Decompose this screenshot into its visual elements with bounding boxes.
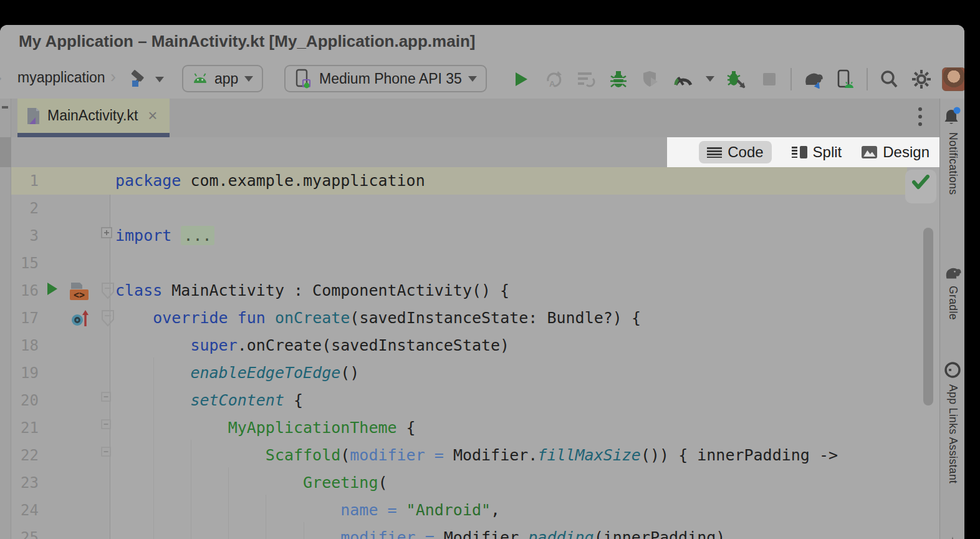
line-number: 2 bbox=[11, 195, 39, 222]
inspections-widget[interactable] bbox=[905, 170, 936, 203]
window-titlebar: My Application – MainActivity.kt [My_App… bbox=[0, 25, 964, 59]
code-line-1[interactable]: 1package com.example.myapplication bbox=[11, 167, 907, 195]
code-line-18[interactable]: 18 super.onCreate(savedInstanceState) bbox=[11, 332, 907, 359]
tool-label-notifications: Notifications bbox=[946, 132, 959, 195]
editor-tab-bar: MainActivity.kt × bbox=[0, 99, 964, 137]
indent-guide bbox=[191, 440, 191, 539]
line-number: 24 bbox=[11, 497, 39, 524]
tool-button-gemini[interactable] bbox=[940, 535, 964, 539]
left-stripe-block bbox=[0, 137, 11, 167]
toolbar-separator bbox=[867, 68, 868, 90]
window-title: My Application – MainActivity.kt [My_App… bbox=[19, 32, 475, 51]
line-number: 1 bbox=[11, 167, 39, 195]
line-number: 21 bbox=[11, 414, 39, 442]
overrides-method-icon[interactable] bbox=[70, 309, 91, 331]
tool-button-app-links[interactable]: App Links Assistant bbox=[940, 361, 964, 483]
left-stripe-handle-icon[interactable] bbox=[2, 106, 8, 109]
line-number: 19 bbox=[11, 359, 39, 387]
build-hammer-icon[interactable] bbox=[128, 68, 148, 90]
apply-changes-restart-button[interactable]: A bbox=[537, 67, 570, 92]
module-chip-label: app bbox=[214, 70, 238, 87]
settings-gear-button[interactable] bbox=[905, 67, 938, 92]
tool-label-gradle: Gradle bbox=[946, 286, 959, 320]
tab-mainactivity[interactable]: MainActivity.kt × bbox=[17, 99, 170, 133]
tab-label: MainActivity.kt bbox=[47, 107, 138, 124]
code-line-19[interactable]: 19 enableEdgeToEdge() bbox=[11, 359, 907, 387]
run-config-breadcrumb[interactable]: myapplication bbox=[17, 69, 105, 86]
code-text: enableEdgeToEdge() bbox=[110, 359, 359, 387]
code-line-2[interactable]: 2 bbox=[11, 195, 907, 222]
code-mode-icon bbox=[707, 147, 722, 158]
code-line-24[interactable]: 24 name = "Android", bbox=[11, 497, 907, 524]
code-editor: 1package com.example.myapplication23impo… bbox=[0, 167, 939, 539]
screen: My Application – MainActivity.kt [My_App… bbox=[0, 0, 980, 539]
indent-guide bbox=[228, 467, 229, 539]
code-text: class MainActivity : ComponentActivity()… bbox=[110, 277, 509, 304]
mode-button-split[interactable]: Split bbox=[792, 143, 842, 161]
line-number: 17 bbox=[11, 304, 39, 332]
user-avatar[interactable] bbox=[938, 67, 964, 92]
design-mode-label: Design bbox=[883, 143, 930, 161]
tab-close-icon[interactable]: × bbox=[148, 106, 157, 125]
module-select-dropdown[interactable]: app bbox=[182, 65, 263, 92]
code-line-3[interactable]: 3import ... bbox=[11, 222, 907, 250]
build-dropdown-caret-icon[interactable] bbox=[155, 77, 164, 82]
design-mode-icon bbox=[862, 146, 877, 158]
line-number: 22 bbox=[11, 442, 39, 469]
bell-icon bbox=[943, 106, 963, 127]
split-mode-icon bbox=[792, 146, 807, 158]
run-button[interactable] bbox=[505, 67, 537, 92]
debug-button[interactable] bbox=[602, 67, 635, 92]
code-text: Greeting( bbox=[110, 469, 388, 497]
active-tab-underline bbox=[17, 133, 170, 137]
code-line-22[interactable]: 22 Scaffold(modifier = Modifier.fillMaxS… bbox=[11, 442, 907, 469]
code-line-17[interactable]: 17 override fun onCreate(savedInstanceSt… bbox=[11, 304, 907, 332]
breadcrumb-chevron-icon: › bbox=[110, 67, 116, 87]
line-number: 15 bbox=[11, 250, 39, 277]
activity-component-icon[interactable]: <> bbox=[65, 281, 89, 304]
mode-button-code[interactable]: Code bbox=[699, 141, 771, 163]
toolbar-separator bbox=[790, 68, 792, 90]
device-manager-button[interactable] bbox=[829, 67, 862, 92]
editor-toolbar: Code Split Design bbox=[0, 137, 964, 167]
code-line-25[interactable]: 25 modifier = Modifier.padding(innerPadd… bbox=[11, 524, 907, 539]
search-everywhere-button[interactable] bbox=[873, 67, 905, 92]
device-chip-label: Medium Phone API 35 bbox=[319, 70, 462, 87]
sync-gradle-button[interactable] bbox=[797, 67, 829, 92]
line-number: 3 bbox=[11, 222, 39, 250]
mode-button-design[interactable]: Design bbox=[862, 143, 930, 161]
run-class-icon[interactable] bbox=[46, 281, 59, 299]
code-text: setContent { bbox=[110, 387, 303, 414]
svg-text:A: A bbox=[549, 79, 555, 89]
tool-button-gradle[interactable]: Gradle bbox=[940, 265, 964, 320]
code-text: Scaffold(modifier = Modifier.fillMaxSize… bbox=[110, 442, 838, 469]
code-line-15[interactable]: 15 bbox=[11, 250, 907, 277]
indent-guide bbox=[153, 357, 154, 539]
code-text: package com.example.myapplication bbox=[110, 167, 425, 195]
code-line-16[interactable]: 16<>class MainActivity : ComponentActivi… bbox=[11, 277, 907, 304]
attach-debugger-button[interactable] bbox=[721, 67, 753, 92]
profiler-dropdown-caret-icon[interactable] bbox=[699, 67, 721, 92]
code-text: super.onCreate(savedInstanceState) bbox=[110, 332, 509, 359]
editor-scrollbar-thumb[interactable] bbox=[923, 228, 933, 405]
gradle-elephant-icon bbox=[943, 265, 963, 281]
virtual-device-icon bbox=[294, 69, 313, 89]
code-text: modifier = Modifier.padding(innerPadding… bbox=[110, 524, 725, 539]
code-text: MyApplicationTheme { bbox=[110, 414, 416, 442]
editor-mode-switcher-spotlight: Code Split Design bbox=[667, 137, 939, 167]
device-caret-icon bbox=[468, 76, 477, 82]
code-line-23[interactable]: 23 Greeting( bbox=[11, 469, 907, 497]
android-robot-icon bbox=[192, 73, 208, 84]
editor-options-kebab-icon[interactable] bbox=[911, 105, 929, 128]
android-studio-window: My Application – MainActivity.kt [My_App… bbox=[0, 25, 964, 539]
main-toolbar: › myapplication › bbox=[0, 59, 964, 99]
stop-button[interactable] bbox=[753, 67, 785, 92]
device-select-dropdown[interactable]: Medium Phone API 35 bbox=[284, 65, 487, 92]
tool-button-notifications[interactable]: Notifications bbox=[940, 106, 964, 195]
profile-app-button[interactable] bbox=[635, 67, 667, 92]
profiler-gauge-button[interactable] bbox=[667, 67, 699, 92]
apply-code-changes-button[interactable] bbox=[570, 67, 602, 92]
code-line-20[interactable]: 20 setContent { bbox=[11, 387, 907, 414]
no-problems-check-icon bbox=[912, 175, 930, 190]
code-line-21[interactable]: 21 MyApplicationTheme { bbox=[11, 414, 907, 442]
